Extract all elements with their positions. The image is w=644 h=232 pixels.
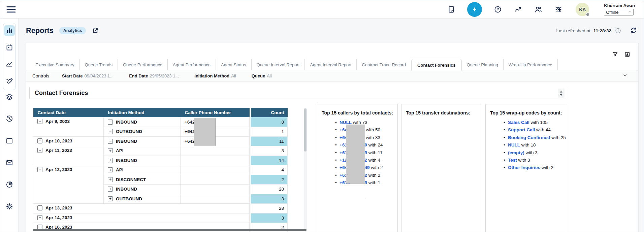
filter-icon[interactable] <box>611 51 619 58</box>
list-item: NULL with 18 <box>508 142 566 150</box>
tab-queue-planning[interactable]: Queue Planning <box>462 59 504 70</box>
sidebar-item-pie-chart[interactable] <box>4 179 15 190</box>
tab-queue-interval-report[interactable]: Queue Interval Report <box>252 59 305 70</box>
control-start-date[interactable]: Start Date09/04/2023 1... <box>62 73 114 78</box>
item-link[interactable]: (empty) <box>508 150 524 155</box>
control-end-date[interactable]: End Date29/05/2023 1... <box>129 73 179 78</box>
help-icon[interactable] <box>493 5 502 14</box>
expand-toggle-icon[interactable]: + <box>108 187 113 192</box>
scroll-down-icon[interactable] <box>560 94 562 96</box>
expand-toggle-icon[interactable]: + <box>37 205 42 210</box>
item-count-text: with 2 <box>369 165 383 170</box>
item-count-text: with 2 <box>367 173 380 178</box>
collapse-toggle-icon[interactable]: − <box>37 119 42 124</box>
tab-agent-interval-report[interactable]: Agent Interval Report <box>305 59 357 70</box>
tab-contact-forensics[interactable]: Contact Forensics <box>411 59 461 71</box>
metrics-icon[interactable] <box>514 5 522 14</box>
collapse-toggle-icon[interactable]: − <box>37 167 42 172</box>
info-icon[interactable] <box>614 27 622 34</box>
expand-toggle-icon[interactable]: + <box>37 215 42 220</box>
item-link[interactable]: Test <box>508 158 517 163</box>
expand-toggle-icon[interactable]: + <box>108 148 113 153</box>
date-cell: −Apr 10, 2023 <box>33 136 104 146</box>
collapse-toggle-icon[interactable]: − <box>108 139 113 144</box>
date-label: Apr 14, 2023 <box>45 215 72 220</box>
expand-toggle-icon[interactable]: + <box>108 158 113 163</box>
vertical-scrollbar-thumb[interactable] <box>304 108 307 152</box>
external-link-icon[interactable] <box>92 27 99 34</box>
scroll-up-icon[interactable] <box>560 91 562 93</box>
tab-queue-performance[interactable]: Queue Performance <box>118 59 168 70</box>
top-transfers-panel: Top 15 transfer destinations: <box>401 104 481 232</box>
avatar[interactable]: KA <box>576 3 589 16</box>
controls-bar: Controls Start Date09/04/2023 1...End Da… <box>26 70 638 81</box>
note-icon[interactable] <box>447 5 456 14</box>
item-link[interactable]: NULL <box>340 120 352 125</box>
count-cell: 3 <box>251 146 288 156</box>
top-wrapup-title: Top 15 wrap-up codes by count: <box>490 110 562 115</box>
date-cell: +Apr 13, 2023 <box>33 204 250 213</box>
sidebar-item-layers[interactable] <box>4 92 15 102</box>
sliders-icon[interactable] <box>554 5 563 14</box>
users-icon[interactable] <box>534 5 543 14</box>
control-queue[interactable]: QueueAll <box>252 73 272 78</box>
tab-wrap-up-performance[interactable]: Wrap-Up Performance <box>504 59 558 70</box>
chevron-down-icon <box>628 10 632 15</box>
status-select[interactable]: Offline <box>604 9 634 15</box>
item-count-text: with 3 <box>517 158 530 163</box>
top-wrapup-panel: Top 15 wrap-up codes by count: Sales Cal… <box>485 104 566 232</box>
collapse-toggle-icon[interactable]: − <box>37 148 42 153</box>
table-row: −Apr 9, 2023−INBOUND+6428 <box>33 117 288 127</box>
lightning-icon[interactable] <box>467 2 482 17</box>
sidebar-item-bar-chart[interactable] <box>4 25 15 36</box>
count-cell: 4 <box>251 165 288 175</box>
sidebar-item-gear[interactable] <box>4 201 15 212</box>
refresh-icon[interactable] <box>630 26 638 35</box>
tab-agent-status[interactable]: Agent Status <box>216 59 251 70</box>
sidebar-item-calendar[interactable] <box>4 42 15 53</box>
tab-queue-trends[interactable]: Queue Trends <box>80 59 118 70</box>
collapse-toggle-icon[interactable]: − <box>108 129 113 134</box>
sidebar-item-brush[interactable] <box>4 76 15 87</box>
tab-agent-performance[interactable]: Agent Performance <box>168 59 216 70</box>
download-icon[interactable] <box>623 51 631 58</box>
column-header-initiation-method: Initiation Method <box>104 108 181 117</box>
controls-collapse-icon[interactable] <box>622 72 629 79</box>
expand-toggle-icon[interactable]: + <box>108 196 113 201</box>
item-link[interactable]: Booking Confirmed <box>508 135 550 140</box>
item-link-suffix[interactable]: 49 <box>364 165 369 170</box>
section-title: Contact Forensics <box>35 87 566 99</box>
date-label: Apr 13, 2023 <box>45 205 72 210</box>
method-label: INBOUND <box>116 139 137 144</box>
method-label: OUTBOUND <box>116 196 142 201</box>
sidebar-item-mail[interactable] <box>4 157 15 168</box>
method-cell: +INBOUND <box>104 156 181 165</box>
collapse-toggle-icon[interactable]: − <box>108 120 113 125</box>
control-initiation-method[interactable]: Initiation MethodAll <box>194 73 236 78</box>
item-link[interactable]: Support Call <box>508 127 535 132</box>
controls-filters: Start Date09/04/2023 1...End Date29/05/2… <box>62 73 272 78</box>
top-transfers-title: Top 15 transfer destinations: <box>406 110 478 115</box>
vertical-scrollbar[interactable] <box>304 108 307 230</box>
item-link[interactable]: NULL <box>508 142 520 147</box>
tab-contract-trace-record[interactable]: Contract Trace Record <box>357 59 411 70</box>
top-wrapup-list: Sales Call with 105Support Call with 44B… <box>486 120 566 173</box>
layers-icon <box>5 93 13 101</box>
sidebar-item-line-chart[interactable] <box>4 59 15 70</box>
expand-toggle-icon[interactable]: + <box>108 177 113 182</box>
sidebar-item-history[interactable] <box>4 113 15 124</box>
item-link[interactable]: Sales Call <box>508 120 529 125</box>
item-link[interactable]: Other Inquiries <box>508 165 540 170</box>
item-count-text: with 11 <box>367 150 383 155</box>
sidebar-analytics-group <box>3 23 16 90</box>
app-window: KA Khurram Awan Offline Reports Analytic… <box>0 0 644 232</box>
gear-icon <box>5 202 13 210</box>
horizontal-scrollbar[interactable] <box>33 229 307 231</box>
expand-toggle-icon[interactable]: + <box>108 167 113 172</box>
sidebar-item-browser[interactable] <box>4 135 15 146</box>
menu-icon[interactable] <box>5 4 17 15</box>
collapse-toggle-icon[interactable]: − <box>37 138 42 143</box>
method-label: API <box>116 167 124 172</box>
phone-cell <box>181 194 250 204</box>
tab-executive-summary[interactable]: Executive Summary <box>30 59 80 70</box>
